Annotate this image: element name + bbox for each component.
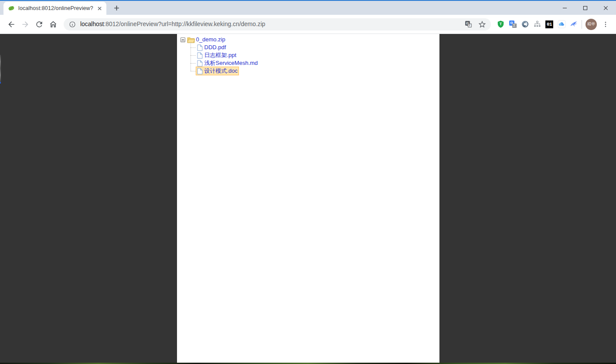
tree-file-row: 设计模式.doc [177,67,439,75]
bird-extension-icon[interactable] [568,18,580,30]
reload-button[interactable] [32,17,46,31]
plus-icon [114,5,119,11]
page-content: 0_demo.zip DDD.pdf [0,34,616,364]
home-button[interactable] [46,17,60,31]
tree-node-ddd-pdf[interactable]: DDD.pdf [196,43,228,52]
file-label: 日志框架.ppt [204,51,237,59]
close-button[interactable] [596,1,616,15]
translate-wen-glyph: 文 [468,24,472,27]
page-info-icon[interactable] [69,21,76,28]
back-arrow-icon [7,20,16,29]
zero-one-badge: 01 [545,20,553,28]
forward-button[interactable] [18,17,32,31]
tree-node-servicemesh-md[interactable]: 浅析ServiceMesh.md [196,59,259,67]
forward-arrow-icon [21,20,30,29]
tab-strip: localhost:8012/onlinePreview? [0,1,616,15]
three-dot-menu-icon [602,21,609,28]
maximize-button[interactable] [575,1,596,15]
file-icon [197,44,203,51]
browser-tab[interactable]: localhost:8012/onlinePreview? [3,2,106,15]
file-icon [197,52,203,59]
tree-children: DDD.pdf 日志框架.ppt [177,44,439,75]
translate-ext-wen-glyph: 文 [512,24,517,28]
close-icon [603,6,608,10]
browser-window: localhost:8012/onlinePreview? [0,0,616,364]
sitemap-extension-icon[interactable] [531,18,543,30]
tree-file-row: 日志框架.ppt [177,51,439,59]
url-text: localhost:8012/onlinePreview?url=http://… [80,21,265,27]
minimize-button[interactable] [555,1,575,15]
file-label: 设计模式.doc [204,67,238,75]
window-controls [555,1,616,15]
tree-file-row: 浅析ServiceMesh.md [177,59,439,67]
file-icon [197,68,203,74]
new-tab-button[interactable] [111,2,122,13]
browser-menu-button[interactable] [599,18,612,30]
address-bar[interactable]: localhost:8012/onlinePreview?url=http://… [64,18,491,30]
tree-node-rizhi-ppt[interactable]: 日志框架.ppt [196,51,238,60]
green-shield-extension-icon[interactable]: T [494,18,507,30]
file-label: DDD.pdf [204,44,226,51]
tree-root-node[interactable]: 0_demo.zip [177,36,439,44]
zip-file-tree: 0_demo.zip DDD.pdf [177,34,439,75]
screen-edge-artifact-dot [0,82,1,84]
cloud-extension-icon[interactable] [555,18,568,30]
collapse-minus-icon[interactable] [180,37,185,42]
maximize-icon [583,6,588,10]
translate-page-icon[interactable]: G 文 [464,20,473,29]
tree-node-shejimoshi-doc-selected[interactable]: 设计模式.doc [196,67,239,75]
spring-leaf-favicon-icon [8,5,15,12]
bookmark-star-icon[interactable] [478,20,487,29]
back-button[interactable] [4,17,18,31]
open-folder-icon [187,37,195,43]
extensions-cluster: T G 文 [494,18,612,30]
screen-edge-artifact [0,55,1,82]
url-path: :8012/onlinePreview?url=http://kkfilevie… [104,21,265,27]
url-host: localhost [80,21,104,27]
file-icon [197,60,203,67]
preview-panel: 0_demo.zip DDD.pdf [177,34,439,363]
profile-avatar[interactable]: 精华 [585,19,597,30]
zero-one-extension-icon[interactable]: 01 [543,18,555,30]
tab-close-icon[interactable] [96,5,103,12]
browser-toolbar: localhost:8012/onlinePreview?url=http://… [0,15,616,34]
swirl-circle-extension-icon[interactable] [519,18,531,30]
tree-root-label[interactable]: 0_demo.zip [196,36,225,44]
toolbar-divider [582,20,582,29]
minimize-icon [562,6,567,10]
translate-extension-icon[interactable]: G 文 [507,18,519,30]
reload-icon [35,20,44,29]
home-icon [49,20,58,29]
file-label: 浅析ServiceMesh.md [204,59,258,67]
tree-file-row: DDD.pdf [177,44,439,51]
tab-title: localhost:8012/onlinePreview? [18,5,93,11]
svg-text:T: T [499,22,502,26]
